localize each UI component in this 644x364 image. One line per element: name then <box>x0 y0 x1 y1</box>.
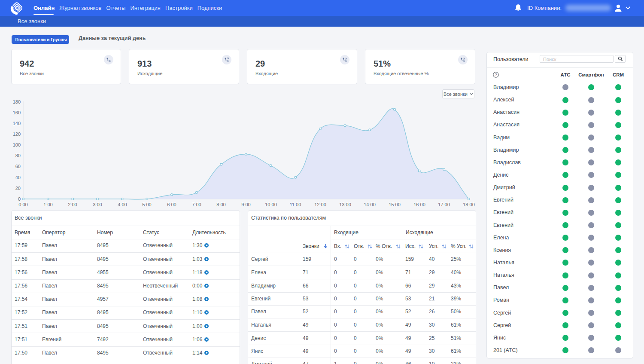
svg-text:?: ? <box>495 73 497 77</box>
